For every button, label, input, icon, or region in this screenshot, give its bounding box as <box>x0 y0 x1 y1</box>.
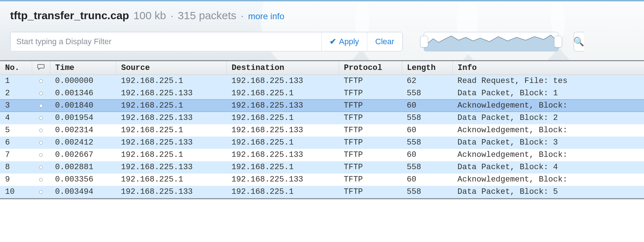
search-button-partial[interactable]: 🔍 <box>574 32 584 51</box>
cell-comment <box>32 149 50 161</box>
cell-len: 60 <box>402 100 452 112</box>
cell-info: Data Packet, Block: 4 <box>452 161 644 174</box>
cell-time: 0.003494 <box>50 186 116 198</box>
cell-len: 60 <box>402 124 452 137</box>
display-filter-group: ✔ Apply Clear <box>10 32 403 51</box>
cell-comment <box>32 75 50 87</box>
cell-time: 0.002881 <box>50 161 116 174</box>
comment-dot-icon <box>39 153 43 157</box>
cell-proto: TFTP <box>339 186 402 198</box>
col-length[interactable]: Length <box>402 61 452 75</box>
cell-time: 0.001954 <box>50 112 116 124</box>
clear-filter-button[interactable]: Clear <box>367 32 402 51</box>
cell-no: 6 <box>0 137 32 149</box>
cell-no: 1 <box>0 75 32 87</box>
cell-proto: TFTP <box>339 149 402 161</box>
header: tftp_transfer_trunc.cap 100 kb · 315 pac… <box>0 1 644 60</box>
cell-dst: 192.168.225.133 <box>226 124 339 137</box>
apply-filter-button[interactable]: ✔ Apply <box>322 32 367 51</box>
cell-time: 0.002314 <box>50 124 116 137</box>
cell-info: Data Packet, Block: 2 <box>452 112 644 124</box>
cell-dst: 192.168.225.1 <box>226 112 339 124</box>
cell-dst: 192.168.225.1 <box>226 186 339 198</box>
table-row[interactable]: 80.002881192.168.225.133192.168.225.1TFT… <box>0 161 644 174</box>
cell-no: 7 <box>0 149 32 161</box>
col-comment[interactable] <box>32 61 50 75</box>
table-row[interactable]: 50.002314192.168.225.1192.168.225.133TFT… <box>0 124 644 137</box>
cell-len: 62 <box>402 75 452 87</box>
comment-dot-icon <box>39 92 43 95</box>
col-dest[interactable]: Destination <box>226 61 339 75</box>
cell-proto: TFTP <box>339 124 402 137</box>
packet-table-wrap: No. Time Source Destination Protocol Len… <box>0 60 644 199</box>
comment-dot-icon <box>39 190 43 194</box>
cell-src: 192.168.225.133 <box>116 112 226 124</box>
table-row[interactable]: 20.001346192.168.225.133192.168.225.1TFT… <box>0 87 644 100</box>
capture-title: tftp_transfer_trunc.cap 100 kb · 315 pac… <box>10 9 634 22</box>
timeline-sparkline[interactable] <box>424 32 559 51</box>
table-row[interactable]: 60.002412192.168.225.133192.168.225.1TFT… <box>0 137 644 149</box>
toolbar: ✔ Apply Clear 🔍 <box>10 32 634 51</box>
cell-len: 558 <box>402 137 452 149</box>
packet-table-body: 10.000000192.168.225.1192.168.225.133TFT… <box>0 75 644 198</box>
col-info[interactable]: Info <box>452 61 644 75</box>
cell-dst: 192.168.225.133 <box>226 75 339 87</box>
cell-comment <box>32 100 50 112</box>
table-row[interactable]: 100.003494192.168.225.133192.168.225.1TF… <box>0 186 644 198</box>
cell-proto: TFTP <box>339 161 402 174</box>
table-row[interactable]: 10.000000192.168.225.1192.168.225.133TFT… <box>0 75 644 87</box>
cell-no: 3 <box>0 100 32 112</box>
cell-src: 192.168.225.1 <box>116 100 226 112</box>
cell-dst: 192.168.225.1 <box>226 87 339 100</box>
comment-dot-icon <box>39 104 43 108</box>
table-row[interactable]: 70.002667192.168.225.1192.168.225.133TFT… <box>0 149 644 161</box>
apply-label: Apply <box>339 37 359 46</box>
table-row[interactable]: 40.001954192.168.225.133192.168.225.1TFT… <box>0 112 644 124</box>
cell-src: 192.168.225.1 <box>116 124 226 137</box>
separator-dot: · <box>170 9 173 22</box>
cell-comment <box>32 186 50 198</box>
sparkline-svg <box>424 32 558 51</box>
cell-no: 10 <box>0 186 32 198</box>
cell-time: 0.003356 <box>50 174 116 186</box>
cell-src: 192.168.225.133 <box>116 87 226 100</box>
cell-len: 558 <box>402 161 452 174</box>
cell-len: 60 <box>402 174 452 186</box>
cell-proto: TFTP <box>339 75 402 87</box>
cell-time: 0.002667 <box>50 149 116 161</box>
col-source[interactable]: Source <box>116 61 226 75</box>
cell-info: Read Request, File: tes <box>452 75 644 87</box>
cell-src: 192.168.225.133 <box>116 186 226 198</box>
cell-dst: 192.168.225.133 <box>226 100 339 112</box>
cell-info: Acknowledgement, Block: <box>452 149 644 161</box>
cell-src: 192.168.225.1 <box>116 174 226 186</box>
cell-time: 0.001346 <box>50 87 116 100</box>
cell-dst: 192.168.225.133 <box>226 149 339 161</box>
table-row[interactable]: 30.001840192.168.225.1192.168.225.133TFT… <box>0 100 644 112</box>
timeline-handle-left[interactable] <box>420 36 428 47</box>
capture-filename: tftp_transfer_trunc.cap <box>10 9 129 22</box>
col-time[interactable]: Time <box>50 61 116 75</box>
cell-comment <box>32 137 50 149</box>
clear-label: Clear <box>375 37 394 46</box>
timeline-handle-right[interactable] <box>554 36 562 47</box>
cell-comment <box>32 174 50 186</box>
cell-info: Data Packet, Block: 5 <box>452 186 644 198</box>
cell-proto: TFTP <box>339 112 402 124</box>
comment-dot-icon <box>39 178 43 182</box>
col-protocol[interactable]: Protocol <box>339 61 402 75</box>
cell-time: 0.002412 <box>50 137 116 149</box>
packet-table-header: No. Time Source Destination Protocol Len… <box>0 61 644 75</box>
cell-info: Data Packet, Block: 1 <box>452 87 644 100</box>
display-filter-input[interactable] <box>11 32 321 51</box>
col-no[interactable]: No. <box>0 61 32 75</box>
cell-no: 5 <box>0 124 32 137</box>
separator-dot: · <box>241 9 244 22</box>
cell-no: 9 <box>0 174 32 186</box>
cell-proto: TFTP <box>339 100 402 112</box>
cell-src: 192.168.225.133 <box>116 161 226 174</box>
more-info-link[interactable]: more info <box>248 11 284 21</box>
table-row[interactable]: 90.003356192.168.225.1192.168.225.133TFT… <box>0 174 644 186</box>
cell-dst: 192.168.225.133 <box>226 174 339 186</box>
cell-comment <box>32 87 50 100</box>
